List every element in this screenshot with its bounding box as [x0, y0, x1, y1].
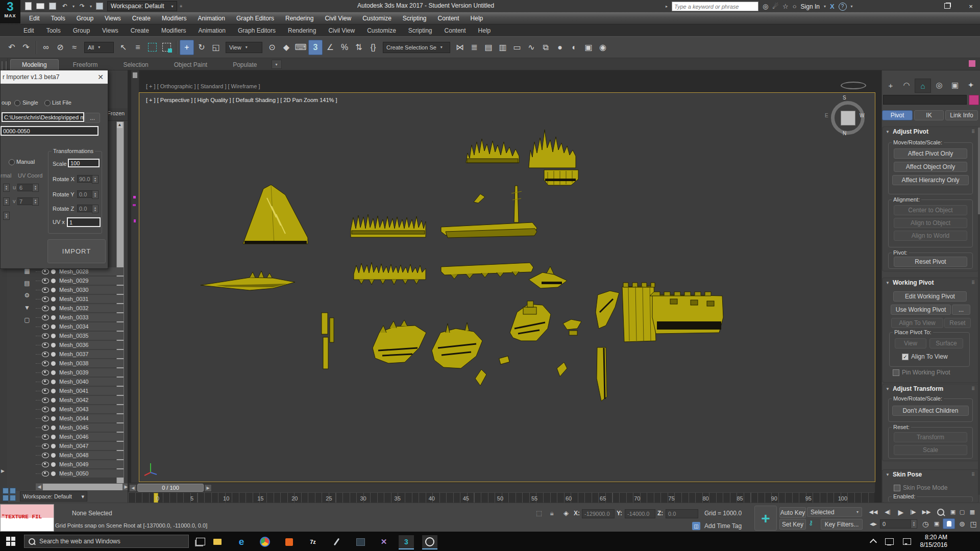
visibility-eye-icon[interactable]	[42, 333, 49, 339]
place-pivot-surface-button[interactable]: Surface	[929, 338, 963, 348]
go-to-end-icon[interactable]: ▶▶	[920, 507, 933, 517]
visibility-eye-icon[interactable]	[42, 296, 49, 302]
bind-to-space-warp-icon[interactable]: ≈	[68, 40, 81, 55]
menu-item[interactable]: Edit	[17, 27, 40, 34]
visibility-eye-icon[interactable]	[42, 315, 49, 320]
list-item[interactable]: Mesh_0047	[36, 441, 116, 450]
edge-icon[interactable]: e	[234, 535, 249, 548]
menu-item[interactable]: Content	[432, 15, 465, 22]
time-tag-cube-icon[interactable]: ◫	[692, 522, 700, 530]
scroll-up-icon[interactable]: ▲	[117, 122, 122, 128]
material-editor-icon[interactable]: ●	[553, 40, 567, 55]
open-file-icon[interactable]	[36, 2, 45, 10]
layout-tab-icon[interactable]	[133, 72, 137, 78]
list-item[interactable]: Mesh_0032	[36, 304, 116, 313]
display-tab-icon[interactable]: ▣	[947, 79, 963, 92]
menu-item[interactable]: Scripting	[402, 27, 438, 34]
browse-button[interactable]: ...	[85, 113, 100, 123]
spinner-snap-icon[interactable]: ⇅	[352, 40, 365, 55]
pin-working-pivot-checkbox[interactable]	[893, 369, 899, 376]
x-coordinate-field[interactable]: -129000.0	[582, 509, 615, 518]
list-item[interactable]: Mesh_0049	[36, 460, 116, 469]
reset-transform-button[interactable]: Transform	[894, 432, 967, 442]
filter-settings-icon[interactable]: ⚙	[23, 291, 32, 299]
visibility-eye-icon[interactable]	[42, 379, 49, 385]
search-input[interactable]	[672, 2, 758, 11]
help-caret-icon[interactable]: ▾	[851, 4, 853, 9]
menu-item[interactable]: Civil View	[322, 27, 361, 34]
back-viewport-label[interactable]: [ + ] [ Orthographic ] [ Standard ] [ Wi…	[146, 83, 260, 89]
keyboard-shortcut-override-icon[interactable]: ⌨	[294, 40, 307, 55]
visibility-eye-icon[interactable]	[42, 361, 49, 366]
ribbon-minimize-icon[interactable]: ▾	[272, 60, 282, 69]
key-filters-button[interactable]: Key Filters...	[821, 519, 863, 530]
network-icon[interactable]	[885, 538, 894, 545]
help-icon[interactable]: ?	[839, 3, 847, 11]
select-object-icon[interactable]: ↖	[117, 40, 130, 55]
tab-populate[interactable]: Populate	[222, 60, 268, 70]
menu-item[interactable]: Edit	[23, 15, 45, 22]
time-slider-handle[interactable]: 0 / 100	[137, 484, 204, 492]
tab-freeform[interactable]: Freeform	[62, 60, 109, 70]
go-to-start-icon[interactable]: ◀◀	[867, 507, 880, 517]
spinner[interactable]: ▲▼	[32, 197, 39, 206]
spinner[interactable]: ▲▼	[92, 175, 99, 184]
selection-lock-icon[interactable]: 🔒︎	[550, 509, 554, 517]
visibility-eye-icon[interactable]	[42, 278, 49, 284]
menu-item[interactable]: Help	[472, 27, 497, 34]
angle-snap-icon[interactable]: ∠	[324, 40, 337, 55]
play-icon[interactable]: ▶	[894, 507, 908, 517]
undo-icon[interactable]: ↶	[5, 40, 18, 55]
previous-frame-icon[interactable]: ◀|	[881, 507, 894, 517]
transform-type-in-icon[interactable]: ◈	[564, 509, 569, 517]
new-file-icon[interactable]	[23, 2, 33, 10]
utilities-tab-icon[interactable]: ✦	[963, 79, 978, 92]
list-item[interactable]: Mesh_0045	[36, 423, 116, 432]
menu-item[interactable]: Group	[67, 27, 96, 34]
project-folder-icon[interactable]	[95, 2, 104, 10]
zoom-icon[interactable]	[934, 507, 947, 517]
3dsmax-taskbar-icon[interactable]: 3	[399, 535, 414, 549]
working-pivot-options-button[interactable]: ...	[952, 305, 970, 315]
visibility-eye-icon[interactable]	[42, 453, 49, 458]
snaps-toggle-icon[interactable]: 3	[308, 40, 323, 55]
spinner[interactable]: ▲▼	[3, 212, 10, 220]
redo-icon[interactable]: ↷	[78, 2, 87, 10]
list-item[interactable]: Mesh_0050	[36, 469, 116, 478]
select-and-manipulate-icon[interactable]: ◆	[280, 40, 293, 55]
object-name-field[interactable]	[883, 95, 967, 105]
align-to-view-checkbox[interactable]: ✓	[902, 354, 909, 360]
list-item[interactable]: Mesh_0033	[36, 313, 116, 322]
align-to-world-button[interactable]: Align to World	[894, 231, 967, 241]
spinner[interactable]: ▲▼	[32, 184, 39, 192]
scale-field[interactable]: 100	[68, 159, 100, 167]
notification-icon[interactable]	[903, 538, 911, 545]
percent-snap-icon[interactable]: %	[338, 40, 351, 55]
visibility-eye-icon[interactable]	[42, 471, 49, 477]
redo-dropdown-icon[interactable]: ▾	[90, 4, 92, 9]
render-setup-icon[interactable]: ◐	[568, 40, 581, 55]
list-item[interactable]: Mesh_0044	[36, 414, 116, 423]
dialog-close-icon[interactable]: ✕	[97, 73, 104, 81]
zoom-extents-all-icon[interactable]: ▦	[966, 507, 979, 517]
affect-object-only-button[interactable]: Affect Object Only	[894, 162, 967, 172]
qat-options-icon[interactable]: ≡	[180, 4, 183, 9]
spinner[interactable]: ▲▼	[3, 197, 10, 206]
toggle-layer-icon[interactable]: ▥	[496, 40, 509, 55]
visibility-eye-icon[interactable]	[42, 407, 49, 412]
import-button[interactable]: IMPORT	[47, 239, 106, 263]
pan-region-icon[interactable]: ▣	[930, 519, 943, 529]
maxscript-mini-listener[interactable]: "TEXTURE FIL	[0, 504, 54, 532]
rectangular-selection-region-icon[interactable]	[145, 40, 159, 55]
menu-item[interactable]: Rendering	[280, 15, 319, 22]
visibility-eye-icon[interactable]	[42, 443, 49, 449]
viewcube-home-icon[interactable]	[841, 82, 866, 89]
visibility-eye-icon[interactable]	[42, 434, 49, 440]
edit-working-pivot-button[interactable]: Edit Working Pivot	[893, 291, 967, 302]
align-to-object-button[interactable]: Align to Object	[894, 218, 967, 228]
container-icon[interactable]: ▢	[23, 315, 32, 324]
affect-pivot-only-button[interactable]: Affect Pivot Only	[894, 148, 967, 159]
graphite-ribbon-icon[interactable]: ▭	[510, 40, 524, 55]
visibility-eye-icon[interactable]	[42, 352, 49, 357]
perspective-viewport[interactable]: [ + ] [ Perspective ] [ High Quality ] […	[139, 92, 875, 482]
